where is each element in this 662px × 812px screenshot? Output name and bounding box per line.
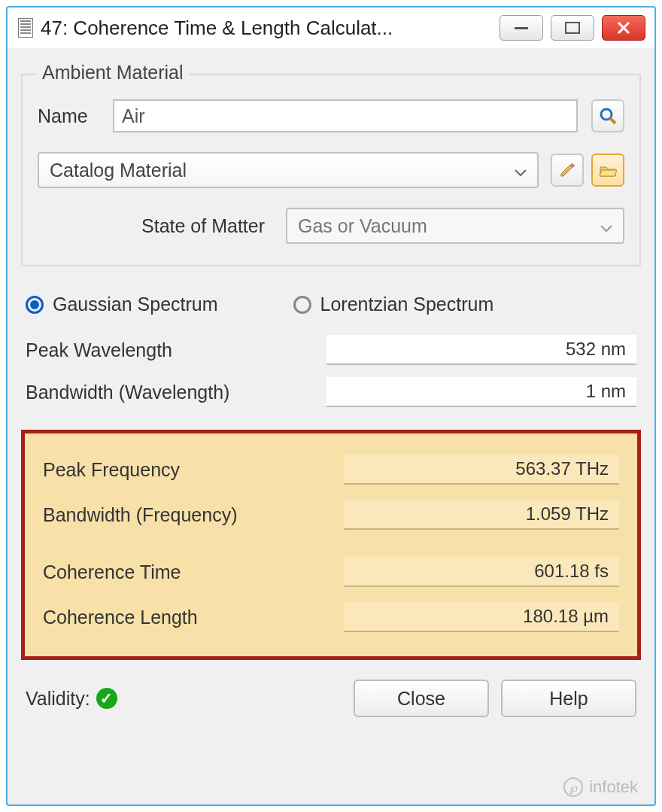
bandwidth-wavelength-label: Bandwidth (Wavelength) <box>26 382 326 403</box>
search-icon <box>599 107 617 125</box>
peak-wavelength-row: Peak Wavelength 532 nm <box>26 329 636 371</box>
radio-dot-icon <box>293 296 311 314</box>
help-button[interactable]: Help <box>501 680 636 717</box>
pencil-icon <box>559 162 575 178</box>
ambient-legend: Ambient Material <box>36 62 190 84</box>
validity-label: Validity: <box>26 688 90 710</box>
watermark-text: infotek <box>589 777 638 797</box>
chevron-down-icon <box>515 160 527 181</box>
coherence-time-row: Coherence Time 601.18 fs <box>43 549 619 595</box>
dialog-body: Ambient Material Name Air Catalog Materi… <box>8 48 654 731</box>
spectrum-radio-group: Gaussian Spectrum Lorentzian Spectrum <box>26 293 636 315</box>
peak-frequency-field: 563.37 THz <box>344 455 619 485</box>
lorentzian-label: Lorentzian Spectrum <box>320 293 494 315</box>
minimize-button[interactable] <box>500 15 543 41</box>
check-icon: ✓ <box>96 688 117 709</box>
state-label: State of Matter <box>38 215 286 237</box>
coherence-length-field: 180.18 µm <box>344 602 619 632</box>
window-buttons <box>500 15 654 41</box>
lorentzian-radio[interactable]: Lorentzian Spectrum <box>293 293 494 315</box>
state-combo[interactable]: Gas or Vacuum <box>286 208 624 244</box>
name-field[interactable]: Air <box>113 99 578 132</box>
close-button[interactable]: Close <box>354 680 489 717</box>
gaussian-label: Gaussian Spectrum <box>53 293 218 315</box>
bandwidth-frequency-row: Bandwidth (Frequency) 1.059 THz <box>43 492 619 537</box>
svg-line-5 <box>610 118 615 123</box>
name-label: Name <box>38 105 113 127</box>
name-row: Name Air <box>38 99 624 132</box>
validity-indicator: Validity: ✓ <box>26 688 117 710</box>
input-section: Peak Wavelength 532 nm Bandwidth (Wavele… <box>26 329 636 413</box>
coherence-time-label: Coherence Time <box>43 561 344 583</box>
svg-rect-0 <box>515 27 528 29</box>
gaussian-radio[interactable]: Gaussian Spectrum <box>26 293 218 315</box>
open-material-button[interactable] <box>591 154 624 187</box>
peak-frequency-label: Peak Frequency <box>43 459 344 481</box>
results-section: Peak Frequency 563.37 THz Bandwidth (Fre… <box>21 430 641 660</box>
material-type-value: Catalog Material <box>50 160 187 181</box>
coherence-time-field: 601.18 fs <box>344 557 619 587</box>
minimize-icon <box>512 23 531 33</box>
close-window-button[interactable] <box>602 15 645 41</box>
catalog-row: Catalog Material <box>38 152 624 188</box>
dialog-window: 47: Coherence Time & Length Calculat... … <box>6 6 656 806</box>
peak-wavelength-field[interactable]: 532 nm <box>326 335 636 365</box>
chevron-down-icon <box>600 215 612 237</box>
window-title: 47: Coherence Time & Length Calculat... <box>41 17 393 40</box>
coherence-length-label: Coherence Length <box>43 607 344 628</box>
watermark: ℘ infotek <box>563 777 638 797</box>
maximize-icon <box>565 22 580 34</box>
bandwidth-frequency-label: Bandwidth (Frequency) <box>43 504 344 526</box>
bandwidth-wavelength-field[interactable]: 1 nm <box>326 377 636 407</box>
calculator-icon <box>18 18 33 38</box>
search-material-button[interactable] <box>591 99 624 132</box>
bandwidth-wavelength-row: Bandwidth (Wavelength) 1 nm <box>26 371 636 413</box>
svg-point-4 <box>601 109 612 120</box>
state-value: Gas or Vacuum <box>298 215 427 237</box>
state-row: State of Matter Gas or Vacuum <box>38 208 624 244</box>
footer: Validity: ✓ Close Help <box>26 680 636 717</box>
svg-rect-1 <box>566 23 579 33</box>
ambient-material-group: Ambient Material Name Air Catalog Materi… <box>21 74 641 266</box>
material-type-combo[interactable]: Catalog Material <box>38 152 539 188</box>
folder-open-icon <box>599 163 617 178</box>
maximize-button[interactable] <box>551 15 594 41</box>
coherence-length-row: Coherence Length 180.18 µm <box>43 595 619 640</box>
peak-wavelength-label: Peak Wavelength <box>26 339 326 361</box>
watermark-icon: ℘ <box>563 777 583 797</box>
close-icon <box>615 20 632 36</box>
edit-material-button[interactable] <box>551 154 584 187</box>
peak-frequency-row: Peak Frequency 563.37 THz <box>43 447 619 492</box>
radio-dot-selected-icon <box>26 296 44 314</box>
bandwidth-frequency-field: 1.059 THz <box>344 500 619 530</box>
titlebar: 47: Coherence Time & Length Calculat... <box>8 8 654 48</box>
